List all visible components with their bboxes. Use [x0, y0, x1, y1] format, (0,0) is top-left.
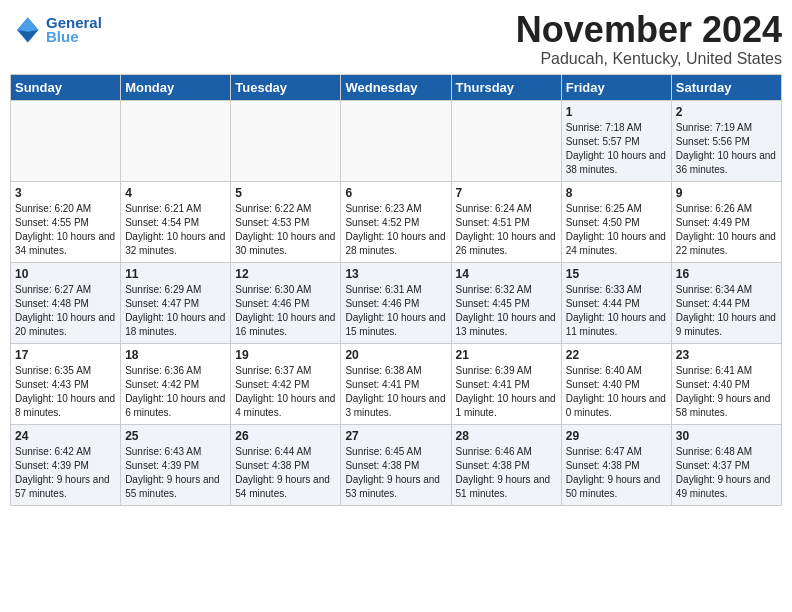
day-info: Sunrise: 6:26 AMSunset: 4:49 PMDaylight:… [676, 202, 777, 258]
calendar-cell: 26Sunrise: 6:44 AMSunset: 4:38 PMDayligh… [231, 424, 341, 505]
calendar-cell: 10Sunrise: 6:27 AMSunset: 4:48 PMDayligh… [11, 262, 121, 343]
calendar-cell: 17Sunrise: 6:35 AMSunset: 4:43 PMDayligh… [11, 343, 121, 424]
calendar-cell: 14Sunrise: 6:32 AMSunset: 4:45 PMDayligh… [451, 262, 561, 343]
weekday-header-friday: Friday [561, 74, 671, 100]
day-info: Sunrise: 6:23 AMSunset: 4:52 PMDaylight:… [345, 202, 446, 258]
calendar-cell: 23Sunrise: 6:41 AMSunset: 4:40 PMDayligh… [671, 343, 781, 424]
page-header: General Blue November 2024 Paducah, Kent… [10, 10, 782, 68]
day-number: 23 [676, 348, 777, 362]
calendar-cell: 28Sunrise: 6:46 AMSunset: 4:38 PMDayligh… [451, 424, 561, 505]
day-info: Sunrise: 6:41 AMSunset: 4:40 PMDaylight:… [676, 364, 777, 420]
day-number: 22 [566, 348, 667, 362]
day-info: Sunrise: 6:42 AMSunset: 4:39 PMDaylight:… [15, 445, 116, 501]
day-info: Sunrise: 6:20 AMSunset: 4:55 PMDaylight:… [15, 202, 116, 258]
day-info: Sunrise: 6:36 AMSunset: 4:42 PMDaylight:… [125, 364, 226, 420]
calendar-cell [11, 100, 121, 181]
week-row-3: 10Sunrise: 6:27 AMSunset: 4:48 PMDayligh… [11, 262, 782, 343]
calendar-cell: 25Sunrise: 6:43 AMSunset: 4:39 PMDayligh… [121, 424, 231, 505]
week-row-2: 3Sunrise: 6:20 AMSunset: 4:55 PMDaylight… [11, 181, 782, 262]
week-row-1: 1Sunrise: 7:18 AMSunset: 5:57 PMDaylight… [11, 100, 782, 181]
calendar-cell: 22Sunrise: 6:40 AMSunset: 4:40 PMDayligh… [561, 343, 671, 424]
day-info: Sunrise: 7:19 AMSunset: 5:56 PMDaylight:… [676, 121, 777, 177]
calendar-cell: 30Sunrise: 6:48 AMSunset: 4:37 PMDayligh… [671, 424, 781, 505]
day-number: 16 [676, 267, 777, 281]
calendar-cell: 15Sunrise: 6:33 AMSunset: 4:44 PMDayligh… [561, 262, 671, 343]
day-info: Sunrise: 6:32 AMSunset: 4:45 PMDaylight:… [456, 283, 557, 339]
day-number: 27 [345, 429, 446, 443]
day-info: Sunrise: 6:40 AMSunset: 4:40 PMDaylight:… [566, 364, 667, 420]
logo-icon [10, 14, 42, 46]
day-number: 15 [566, 267, 667, 281]
calendar-cell: 29Sunrise: 6:47 AMSunset: 4:38 PMDayligh… [561, 424, 671, 505]
day-info: Sunrise: 6:48 AMSunset: 4:37 PMDaylight:… [676, 445, 777, 501]
calendar-cell: 12Sunrise: 6:30 AMSunset: 4:46 PMDayligh… [231, 262, 341, 343]
day-info: Sunrise: 6:30 AMSunset: 4:46 PMDaylight:… [235, 283, 336, 339]
day-number: 5 [235, 186, 336, 200]
calendar-cell: 13Sunrise: 6:31 AMSunset: 4:46 PMDayligh… [341, 262, 451, 343]
day-info: Sunrise: 6:27 AMSunset: 4:48 PMDaylight:… [15, 283, 116, 339]
day-info: Sunrise: 6:34 AMSunset: 4:44 PMDaylight:… [676, 283, 777, 339]
calendar-cell: 18Sunrise: 6:36 AMSunset: 4:42 PMDayligh… [121, 343, 231, 424]
logo: General Blue [10, 14, 102, 46]
day-number: 21 [456, 348, 557, 362]
calendar-cell: 3Sunrise: 6:20 AMSunset: 4:55 PMDaylight… [11, 181, 121, 262]
calendar-cell: 4Sunrise: 6:21 AMSunset: 4:54 PMDaylight… [121, 181, 231, 262]
logo-text: General Blue [46, 15, 102, 46]
day-info: Sunrise: 6:38 AMSunset: 4:41 PMDaylight:… [345, 364, 446, 420]
calendar-table: SundayMondayTuesdayWednesdayThursdayFrid… [10, 74, 782, 506]
weekday-header-thursday: Thursday [451, 74, 561, 100]
day-number: 20 [345, 348, 446, 362]
day-info: Sunrise: 6:22 AMSunset: 4:53 PMDaylight:… [235, 202, 336, 258]
day-info: Sunrise: 6:24 AMSunset: 4:51 PMDaylight:… [456, 202, 557, 258]
calendar-cell: 1Sunrise: 7:18 AMSunset: 5:57 PMDaylight… [561, 100, 671, 181]
calendar-cell: 6Sunrise: 6:23 AMSunset: 4:52 PMDaylight… [341, 181, 451, 262]
calendar-cell [451, 100, 561, 181]
weekday-header-sunday: Sunday [11, 74, 121, 100]
calendar-cell: 7Sunrise: 6:24 AMSunset: 4:51 PMDaylight… [451, 181, 561, 262]
day-number: 18 [125, 348, 226, 362]
day-info: Sunrise: 6:46 AMSunset: 4:38 PMDaylight:… [456, 445, 557, 501]
day-info: Sunrise: 7:18 AMSunset: 5:57 PMDaylight:… [566, 121, 667, 177]
week-row-4: 17Sunrise: 6:35 AMSunset: 4:43 PMDayligh… [11, 343, 782, 424]
day-number: 28 [456, 429, 557, 443]
day-info: Sunrise: 6:37 AMSunset: 4:42 PMDaylight:… [235, 364, 336, 420]
day-info: Sunrise: 6:25 AMSunset: 4:50 PMDaylight:… [566, 202, 667, 258]
day-number: 24 [15, 429, 116, 443]
day-info: Sunrise: 6:47 AMSunset: 4:38 PMDaylight:… [566, 445, 667, 501]
calendar-cell: 20Sunrise: 6:38 AMSunset: 4:41 PMDayligh… [341, 343, 451, 424]
week-row-5: 24Sunrise: 6:42 AMSunset: 4:39 PMDayligh… [11, 424, 782, 505]
calendar-cell: 2Sunrise: 7:19 AMSunset: 5:56 PMDaylight… [671, 100, 781, 181]
calendar-body: 1Sunrise: 7:18 AMSunset: 5:57 PMDaylight… [11, 100, 782, 505]
day-info: Sunrise: 6:29 AMSunset: 4:47 PMDaylight:… [125, 283, 226, 339]
day-number: 9 [676, 186, 777, 200]
day-number: 25 [125, 429, 226, 443]
calendar-cell: 27Sunrise: 6:45 AMSunset: 4:38 PMDayligh… [341, 424, 451, 505]
day-number: 6 [345, 186, 446, 200]
weekday-header-wednesday: Wednesday [341, 74, 451, 100]
calendar-title: November 2024 [516, 10, 782, 50]
weekday-header-tuesday: Tuesday [231, 74, 341, 100]
day-number: 1 [566, 105, 667, 119]
day-number: 26 [235, 429, 336, 443]
day-number: 11 [125, 267, 226, 281]
day-number: 8 [566, 186, 667, 200]
calendar-subtitle: Paducah, Kentucky, United States [516, 50, 782, 68]
day-info: Sunrise: 6:39 AMSunset: 4:41 PMDaylight:… [456, 364, 557, 420]
day-number: 14 [456, 267, 557, 281]
calendar-cell [341, 100, 451, 181]
calendar-cell: 24Sunrise: 6:42 AMSunset: 4:39 PMDayligh… [11, 424, 121, 505]
day-info: Sunrise: 6:21 AMSunset: 4:54 PMDaylight:… [125, 202, 226, 258]
calendar-cell: 19Sunrise: 6:37 AMSunset: 4:42 PMDayligh… [231, 343, 341, 424]
day-info: Sunrise: 6:33 AMSunset: 4:44 PMDaylight:… [566, 283, 667, 339]
day-number: 13 [345, 267, 446, 281]
weekday-header-row: SundayMondayTuesdayWednesdayThursdayFrid… [11, 74, 782, 100]
day-number: 4 [125, 186, 226, 200]
day-info: Sunrise: 6:31 AMSunset: 4:46 PMDaylight:… [345, 283, 446, 339]
calendar-cell: 21Sunrise: 6:39 AMSunset: 4:41 PMDayligh… [451, 343, 561, 424]
day-number: 7 [456, 186, 557, 200]
day-number: 30 [676, 429, 777, 443]
calendar-cell: 5Sunrise: 6:22 AMSunset: 4:53 PMDaylight… [231, 181, 341, 262]
calendar-cell: 9Sunrise: 6:26 AMSunset: 4:49 PMDaylight… [671, 181, 781, 262]
day-number: 3 [15, 186, 116, 200]
day-info: Sunrise: 6:43 AMSunset: 4:39 PMDaylight:… [125, 445, 226, 501]
